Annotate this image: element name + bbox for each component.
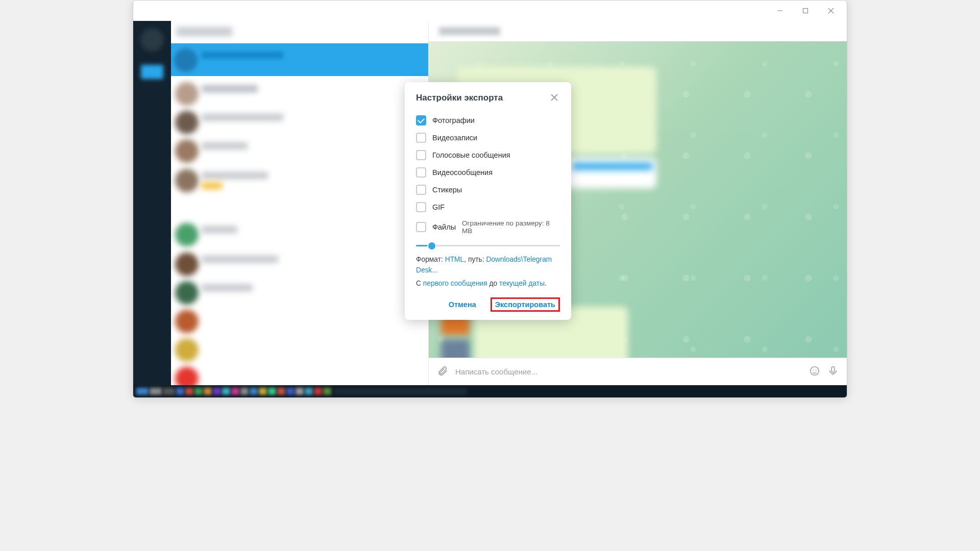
window-maximize-button[interactable] xyxy=(794,3,817,19)
option-videos[interactable]: Видеозаписи xyxy=(416,129,560,146)
chat-header-title xyxy=(439,27,500,35)
file-size-slider[interactable] xyxy=(416,241,560,249)
chat-title xyxy=(202,226,237,233)
taskbar-item[interactable] xyxy=(277,388,285,395)
message-link xyxy=(572,163,653,170)
checkbox-icon[interactable] xyxy=(416,202,426,212)
option-photos[interactable]: Фотографии xyxy=(416,112,560,129)
format-path-line: Формат: HTML, путь: Downloads\Telegram D… xyxy=(416,255,560,276)
option-label: Файлы xyxy=(432,223,456,231)
chat-title xyxy=(202,172,268,179)
chat-title xyxy=(202,85,258,92)
option-voice-messages[interactable]: Голосовые сообщения xyxy=(416,146,560,164)
svg-rect-6 xyxy=(831,366,835,372)
taskbar-item[interactable] xyxy=(194,388,203,395)
chat-avatar[interactable] xyxy=(175,111,199,134)
chat-avatar[interactable] xyxy=(175,338,199,362)
chat-header xyxy=(429,21,847,41)
taskbar-item[interactable] xyxy=(231,388,239,395)
taskbar-item[interactable] xyxy=(222,388,230,395)
folders-rail xyxy=(133,21,171,385)
taskbar-item[interactable] xyxy=(240,388,249,395)
option-video-messages[interactable]: Видеосообщения xyxy=(416,164,560,181)
option-label: Стикеры xyxy=(432,186,462,194)
taskbar-item[interactable] xyxy=(250,388,258,395)
os-taskbar xyxy=(133,385,847,397)
checkbox-icon[interactable] xyxy=(416,222,426,232)
chat-list xyxy=(171,21,429,385)
dialog-actions: Отмена Экспортировать xyxy=(416,296,560,313)
option-stickers[interactable]: Стикеры xyxy=(416,181,560,198)
taskbar-item[interactable] xyxy=(136,388,149,395)
chat-avatar[interactable] xyxy=(175,169,199,192)
taskbar-item[interactable] xyxy=(176,388,184,395)
compose-bar xyxy=(429,358,847,385)
taskbar-item[interactable] xyxy=(305,388,313,395)
taskbar-item[interactable] xyxy=(286,388,295,395)
option-gif[interactable]: GIF xyxy=(416,198,560,216)
chat-avatar[interactable] xyxy=(175,139,199,163)
taskbar-item[interactable] xyxy=(268,388,276,395)
rail-active-folder[interactable] xyxy=(141,65,163,79)
option-label: Фотографии xyxy=(432,116,475,124)
taskbar-item[interactable] xyxy=(259,388,267,395)
range-to-link[interactable]: текущей даты xyxy=(499,280,545,287)
chat-avatar[interactable] xyxy=(175,223,199,246)
account-avatar[interactable] xyxy=(140,28,164,52)
taskbar-item[interactable] xyxy=(204,388,212,395)
svg-rect-0 xyxy=(803,9,808,13)
chat-row-selected[interactable] xyxy=(171,43,428,76)
taskbar-spacer xyxy=(334,388,467,395)
emoji-icon[interactable] xyxy=(809,365,820,379)
svg-point-4 xyxy=(813,369,814,370)
chat-avatar[interactable] xyxy=(175,82,199,106)
chat-list-header xyxy=(176,27,232,36)
cancel-button[interactable]: Отмена xyxy=(444,296,481,313)
chat-avatar[interactable] xyxy=(175,310,199,333)
svg-point-3 xyxy=(811,366,819,375)
chat-title xyxy=(202,142,248,149)
slider-track xyxy=(416,245,560,246)
chat-avatar[interactable] xyxy=(175,367,199,385)
window-close-button[interactable] xyxy=(819,3,843,19)
checkbox-icon[interactable] xyxy=(416,185,426,195)
export-settings-dialog: Настройки экспорта Фотографии Видеозапис… xyxy=(405,82,571,320)
range-from-link[interactable]: первого сообщения xyxy=(423,280,487,287)
chat-avatar[interactable] xyxy=(175,281,199,305)
svg-point-5 xyxy=(816,369,817,370)
option-label: Видеозаписи xyxy=(432,134,477,142)
chat-avatar[interactable] xyxy=(175,253,199,276)
dialog-title: Настройки экспорта xyxy=(416,93,503,103)
export-button[interactable]: Экспортировать xyxy=(491,297,560,312)
chat-badge xyxy=(202,182,222,189)
window-titlebar xyxy=(133,1,847,21)
taskbar-item[interactable] xyxy=(296,388,304,395)
microphone-icon[interactable] xyxy=(827,365,839,379)
format-link[interactable]: HTML xyxy=(445,256,464,263)
checkbox-icon[interactable] xyxy=(416,150,426,160)
taskbar-item[interactable] xyxy=(185,388,193,395)
slider-thumb[interactable] xyxy=(428,242,435,249)
taskbar-item[interactable] xyxy=(314,388,322,395)
chat-title xyxy=(202,284,253,291)
option-label: GIF xyxy=(432,203,445,211)
checkbox-icon[interactable] xyxy=(416,167,426,178)
chat-title xyxy=(202,256,278,263)
message-input[interactable] xyxy=(455,367,802,376)
taskbar-item[interactable] xyxy=(323,388,331,395)
taskbar-item[interactable] xyxy=(213,388,221,395)
window-minimize-button[interactable] xyxy=(768,3,792,19)
checkbox-checked-icon[interactable] xyxy=(416,115,426,126)
taskbar-item[interactable] xyxy=(150,388,162,395)
option-label: Голосовые сообщения xyxy=(432,151,510,159)
app-window: Настройки экспорта Фотографии Видеозапис… xyxy=(133,0,847,398)
date-range-line: С первого сообщения до текущей даты. xyxy=(416,279,560,289)
option-files[interactable]: Файлы Ограничение по размеру: 8 MB xyxy=(416,216,560,238)
option-label: Видеосообщения xyxy=(432,168,493,177)
dialog-close-button[interactable] xyxy=(549,91,560,105)
attach-icon[interactable] xyxy=(437,365,448,379)
file-size-limit-hint: Ограничение по размеру: 8 MB xyxy=(462,219,560,235)
checkbox-icon[interactable] xyxy=(416,133,426,143)
taskbar-item[interactable] xyxy=(163,388,175,395)
chat-title xyxy=(202,114,283,121)
